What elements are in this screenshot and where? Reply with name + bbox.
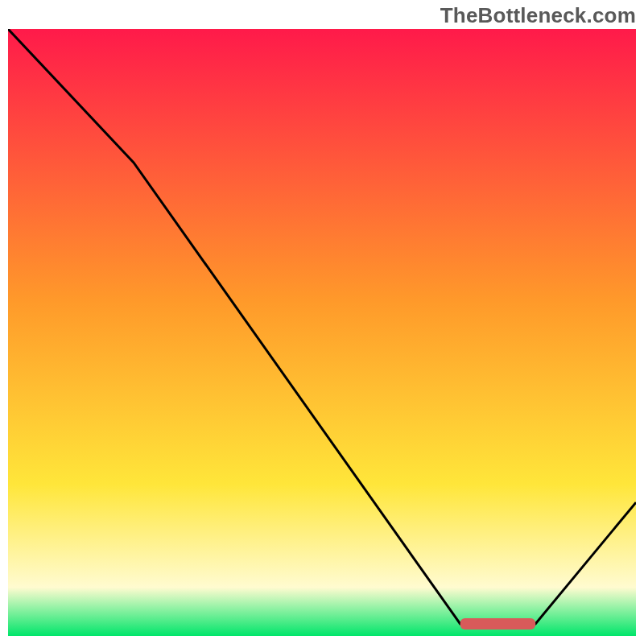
chart-svg <box>8 29 636 636</box>
gradient-background <box>8 29 636 636</box>
plot-area <box>8 29 636 636</box>
optimal-range-marker <box>460 618 536 630</box>
watermark-text: TheBottleneck.com <box>440 3 636 28</box>
chart-container: TheBottleneck.com <box>0 0 644 644</box>
